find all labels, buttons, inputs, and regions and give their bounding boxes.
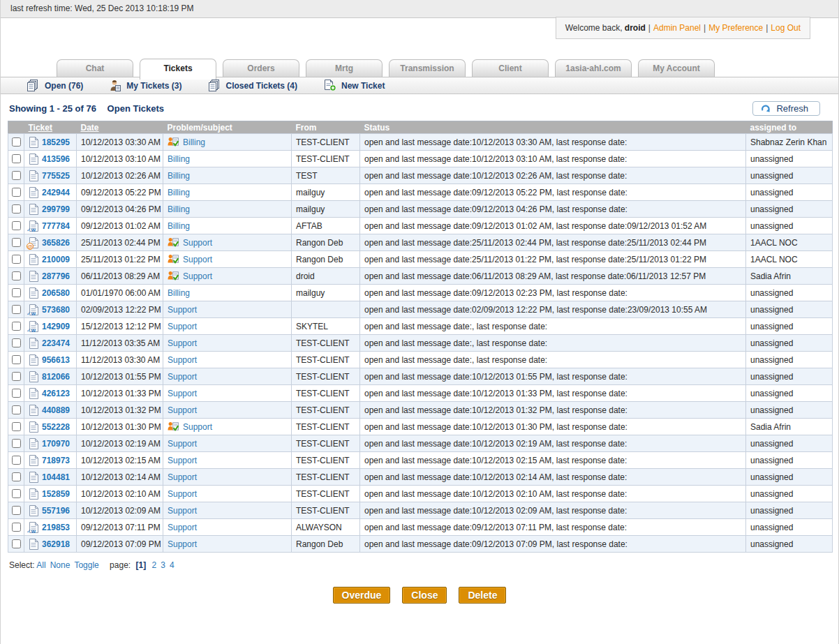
ticket-link[interactable]: 104481 xyxy=(42,472,70,482)
tab-my-account[interactable]: My Account xyxy=(638,59,715,77)
close-button[interactable]: Close xyxy=(402,587,447,604)
subject-link[interactable]: Support xyxy=(168,506,197,516)
subject-link[interactable]: Billing xyxy=(183,137,205,147)
subject-link[interactable]: Billing xyxy=(168,154,190,164)
subject-link[interactable]: Support xyxy=(168,389,197,398)
ticket-link[interactable]: 440889 xyxy=(42,405,70,415)
ticket-link[interactable]: 426123 xyxy=(42,389,70,398)
subject-link[interactable]: Support xyxy=(168,472,197,482)
row-checkbox[interactable] xyxy=(12,255,21,264)
overdue-button[interactable]: Overdue xyxy=(333,587,391,604)
subject-link[interactable]: Billing xyxy=(168,221,190,231)
ticket-link[interactable]: 170970 xyxy=(42,439,70,449)
subject-link[interactable]: Support xyxy=(168,305,197,315)
ticket-link[interactable]: 142909 xyxy=(42,322,70,331)
ticket-link[interactable]: 242944 xyxy=(42,188,70,197)
ticket-link[interactable]: 775525 xyxy=(42,171,70,181)
subject-link[interactable]: Support xyxy=(168,405,197,415)
sort-by-ticket-link[interactable]: Ticket xyxy=(29,123,52,133)
row-checkbox[interactable] xyxy=(12,305,21,314)
row-checkbox[interactable] xyxy=(12,389,21,398)
subnav-item-my-tickets-3[interactable]: My Tickets (3) xyxy=(110,80,181,91)
ticket-link[interactable]: 812066 xyxy=(42,372,70,382)
ticket-link[interactable]: 152859 xyxy=(42,489,70,499)
row-checkbox[interactable] xyxy=(12,188,21,197)
subject-link[interactable]: Support xyxy=(168,523,197,532)
row-checkbox[interactable] xyxy=(12,472,21,481)
subject-link[interactable]: Support xyxy=(183,422,212,432)
ticket-link[interactable]: 210009 xyxy=(42,255,70,264)
ticket-link[interactable]: 299799 xyxy=(42,204,70,214)
ticket-link[interactable]: 573680 xyxy=(42,305,70,315)
ticket-link[interactable]: 362918 xyxy=(42,539,70,549)
select-all-link[interactable]: All xyxy=(36,560,45,570)
subject-link[interactable]: Support xyxy=(168,322,197,331)
log-out-link[interactable]: Log Out xyxy=(771,23,801,33)
row-checkbox[interactable] xyxy=(12,338,21,347)
subject-link[interactable]: Billing xyxy=(168,171,190,181)
subject-link[interactable]: Support xyxy=(183,238,212,248)
ticket-link[interactable]: 287796 xyxy=(42,271,70,281)
subject-link[interactable]: Support xyxy=(168,539,197,549)
subnav-item-new-ticket[interactable]: New Ticket xyxy=(324,80,385,91)
row-checkbox[interactable] xyxy=(12,439,21,448)
ticket-link[interactable]: 185295 xyxy=(42,137,70,147)
row-checkbox[interactable] xyxy=(12,238,21,247)
ticket-link[interactable]: 777784 xyxy=(42,221,70,231)
row-checkbox[interactable] xyxy=(12,271,21,280)
select-toggle-link[interactable]: Toggle xyxy=(74,560,98,570)
tab-transmission[interactable]: Transmission xyxy=(389,59,466,77)
subject-link[interactable]: Support xyxy=(168,489,197,499)
my-preference-link[interactable]: My Preference xyxy=(708,23,763,33)
row-checkbox[interactable] xyxy=(12,456,21,465)
subject-link[interactable]: Support xyxy=(168,439,197,449)
row-checkbox[interactable] xyxy=(12,204,21,214)
row-checkbox[interactable] xyxy=(12,171,21,180)
ticket-link[interactable]: 956613 xyxy=(42,355,70,365)
row-checkbox[interactable] xyxy=(12,506,21,515)
subject-link[interactable]: Billing xyxy=(168,204,190,214)
subject-link[interactable]: Billing xyxy=(168,188,190,197)
row-checkbox[interactable] xyxy=(12,539,21,548)
tab-client[interactable]: Client xyxy=(472,59,549,77)
ticket-link[interactable]: 219853 xyxy=(42,523,70,532)
refresh-button[interactable]: Refresh xyxy=(752,101,820,116)
row-checkbox[interactable] xyxy=(12,137,21,147)
tab-tickets[interactable]: Tickets xyxy=(140,59,216,80)
subject-link[interactable]: Support xyxy=(183,255,212,264)
page-4-link[interactable]: 4 xyxy=(170,560,175,570)
tab-1asia-ahl-com[interactable]: 1asia-ahl.com xyxy=(555,59,632,77)
subnav-item-open-76[interactable]: Open (76) xyxy=(27,80,83,91)
row-checkbox[interactable] xyxy=(12,405,21,414)
ticket-link[interactable]: 223474 xyxy=(42,338,70,348)
row-checkbox[interactable] xyxy=(12,422,21,431)
row-checkbox[interactable] xyxy=(12,322,21,331)
tab-chat[interactable]: Chat xyxy=(57,59,133,77)
row-checkbox[interactable] xyxy=(12,372,21,381)
subject-link[interactable]: Support xyxy=(183,271,212,281)
subject-link[interactable]: Support xyxy=(168,372,197,382)
subnav-item-closed-tickets-4[interactable]: Closed Tickets (4) xyxy=(209,80,297,91)
tab-orders[interactable]: Orders xyxy=(223,59,299,77)
row-checkbox[interactable] xyxy=(12,523,21,532)
page-2-link[interactable]: 2 xyxy=(152,560,157,570)
row-checkbox[interactable] xyxy=(12,154,21,163)
ticket-link[interactable]: 718973 xyxy=(42,456,70,465)
row-checkbox[interactable] xyxy=(12,221,21,230)
row-checkbox[interactable] xyxy=(12,355,21,364)
row-checkbox[interactable] xyxy=(12,489,21,498)
ticket-link[interactable]: 206580 xyxy=(42,288,70,298)
row-checkbox[interactable] xyxy=(12,288,21,297)
ticket-link[interactable]: 413596 xyxy=(42,154,70,164)
subject-link[interactable]: Support xyxy=(168,456,197,465)
ticket-link[interactable]: 365826 xyxy=(42,238,70,248)
page-3-link[interactable]: 3 xyxy=(161,560,165,570)
subject-link[interactable]: Billing xyxy=(168,288,190,298)
delete-button[interactable]: Delete xyxy=(459,587,506,604)
ticket-link[interactable]: 557196 xyxy=(42,506,70,516)
subject-link[interactable]: Support xyxy=(168,355,197,365)
tab-mrtg[interactable]: Mrtg xyxy=(306,59,383,77)
sort-by-date-link[interactable]: Date xyxy=(81,123,99,133)
subject-link[interactable]: Support xyxy=(168,338,197,348)
ticket-link[interactable]: 552228 xyxy=(42,422,70,432)
